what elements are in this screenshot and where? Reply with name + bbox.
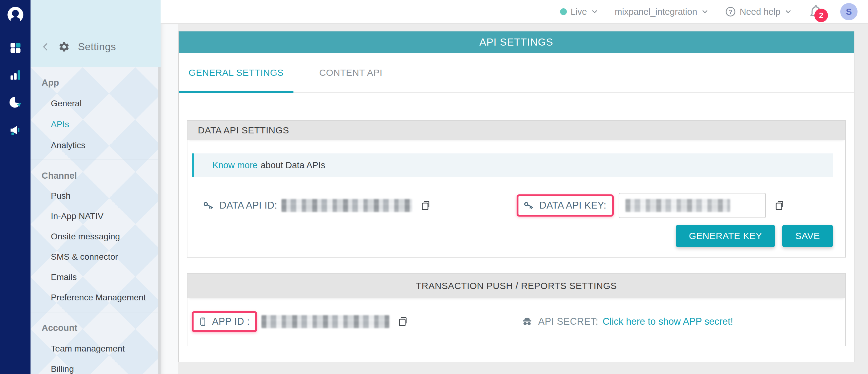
sidebar-divider	[31, 160, 161, 160]
data-api-key-row: DATA API KEY:	[512, 193, 833, 218]
show-app-secret-link[interactable]: Click here to show APP secret!	[602, 316, 733, 327]
live-status-dot	[560, 8, 567, 15]
know-more-banner: Know more about Data APIs	[192, 154, 833, 177]
workspace-selector[interactable]: mixpanel_integration	[615, 7, 709, 17]
app-id-row: APP ID :	[192, 311, 512, 332]
transaction-settings-section: TRANSACTION PUSH / REPORTS SETTINGS	[187, 273, 846, 346]
sidebar-section-channel: Channel	[41, 169, 161, 182]
key-icon	[202, 199, 215, 212]
content-gap-strip	[161, 24, 178, 374]
live-label: Live	[570, 7, 587, 17]
sidebar-item-team-management[interactable]: Team management	[51, 342, 161, 355]
sidebar-divider	[31, 312, 161, 312]
help-label: Need help	[740, 7, 780, 17]
bar-chart-icon[interactable]	[9, 68, 22, 81]
notification-badge: 2	[814, 9, 828, 22]
tab-general-settings[interactable]: GENERAL SETTINGS	[179, 53, 293, 93]
data-api-key-input[interactable]	[619, 193, 766, 218]
sidebar-item-emails[interactable]: Emails	[51, 271, 161, 284]
icon-rail	[0, 0, 31, 374]
sidebar-item-general[interactable]: General	[51, 97, 161, 110]
sidebar-item-apis[interactable]: APIs	[51, 118, 161, 131]
environment-selector[interactable]: Live	[560, 7, 598, 17]
sidebar-item-push[interactable]: Push	[51, 189, 161, 203]
chevron-down-icon	[591, 8, 598, 16]
data-api-key-label: DATA API KEY:	[539, 200, 606, 211]
chevron-down-icon	[701, 8, 709, 16]
api-settings-card: API SETTINGS GENERAL SETTINGS CONTENT AP…	[178, 31, 855, 362]
data-api-key-highlight: DATA API KEY:	[517, 194, 614, 216]
sidebar-section-account: Account	[41, 321, 161, 335]
megaphone-icon[interactable]	[9, 123, 22, 137]
api-secret-label: API SECRET:	[538, 316, 598, 327]
card-body: DATA API SETTINGS Know more about Data A…	[179, 93, 854, 346]
app-id-label: APP ID :	[212, 316, 250, 327]
brand-logo-icon[interactable]	[7, 6, 24, 24]
spy-secret-icon	[522, 316, 533, 327]
pie-chart-icon[interactable]	[9, 96, 22, 109]
generate-key-button[interactable]: GENERATE KEY	[676, 225, 775, 247]
sidebar-nav: App General APIs Analytics Channel Push …	[31, 67, 161, 374]
user-avatar[interactable]: S	[840, 3, 858, 20]
chevron-down-icon	[784, 8, 792, 16]
api-secret-row: API SECRET: Click here to show APP secre…	[512, 316, 833, 327]
copy-icon[interactable]	[397, 316, 409, 328]
svg-text:?: ?	[729, 9, 732, 15]
data-api-id-row: DATA API ID:	[192, 199, 512, 212]
data-api-id-value-redacted	[281, 199, 412, 212]
tab-content-api[interactable]: CONTENT API	[293, 53, 408, 93]
copy-icon[interactable]	[774, 200, 786, 211]
mobile-phone-icon	[198, 317, 208, 327]
sidebar-item-sms-connector[interactable]: SMS & connector	[51, 250, 161, 264]
top-bar: Live mixpanel_integration ? Need help	[161, 0, 868, 24]
tab-bar: GENERAL SETTINGS CONTENT API	[179, 53, 854, 93]
back-chevron-icon[interactable]	[41, 42, 50, 52]
sidebar-item-inapp-nativ[interactable]: In-App NATIV	[51, 209, 161, 223]
data-api-key-value-redacted	[625, 199, 730, 212]
help-menu[interactable]: ? Need help	[725, 6, 792, 17]
page-title: API SETTINGS	[179, 31, 854, 53]
notifications-button[interactable]: 2	[808, 3, 824, 20]
know-more-text: about Data APIs	[261, 160, 326, 170]
transaction-section-title: TRANSACTION PUSH / REPORTS SETTINGS	[187, 274, 845, 298]
data-api-settings-section: DATA API SETTINGS Know more about Data A…	[187, 120, 846, 258]
app-id-highlight: APP ID :	[192, 311, 257, 332]
dashboard-grid-icon[interactable]	[9, 41, 22, 54]
sidebar-item-billing[interactable]: Billing	[51, 362, 161, 374]
settings-sidebar: Settings App General APIs Analytics Chan…	[31, 0, 161, 374]
sidebar-scrollbar[interactable]	[158, 67, 161, 374]
sidebar-item-preference-management[interactable]: Preference Management	[51, 291, 161, 304]
data-api-section-title: DATA API SETTINGS	[187, 121, 845, 140]
key-icon	[523, 199, 535, 212]
sidebar-item-onsite-messaging[interactable]: Onsite messaging	[51, 230, 161, 243]
save-button[interactable]: SAVE	[782, 225, 833, 247]
gear-icon	[58, 41, 70, 53]
sidebar-section-app: App	[41, 76, 161, 89]
app-id-value-redacted	[261, 315, 389, 328]
sidebar-title: Settings	[78, 41, 116, 53]
sidebar-header: Settings	[31, 0, 161, 67]
workspace-name: mixpanel_integration	[615, 7, 697, 17]
sidebar-item-analytics[interactable]: Analytics	[51, 139, 161, 152]
know-more-link[interactable]: Know more	[212, 160, 258, 170]
data-api-id-label: DATA API ID:	[219, 200, 277, 211]
help-circle-icon: ?	[725, 6, 736, 17]
app-root: Settings App General APIs Analytics Chan…	[0, 0, 868, 374]
copy-icon[interactable]	[420, 200, 432, 211]
